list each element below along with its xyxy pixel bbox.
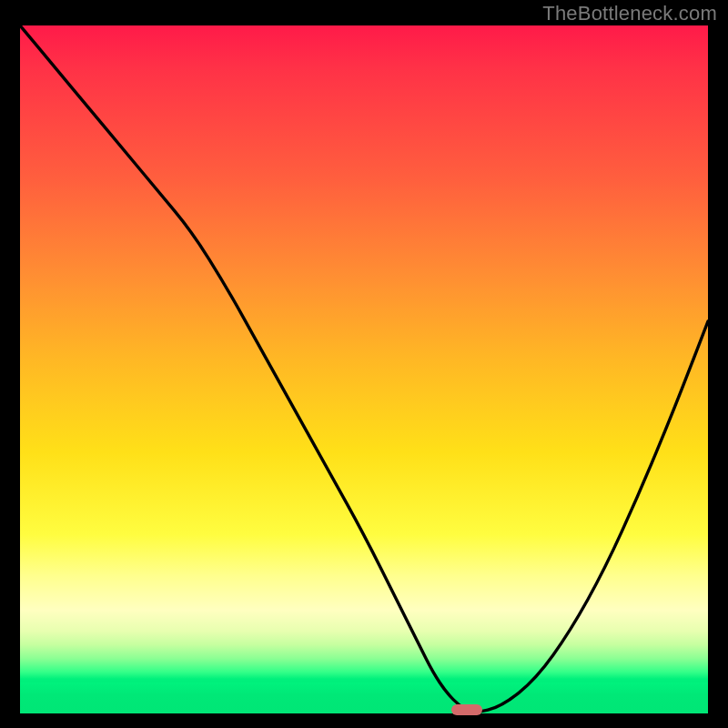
minimum-marker	[451, 704, 482, 715]
frame: TheBottleneck.com	[0, 0, 728, 728]
bottleneck-curve	[20, 25, 708, 712]
curve-svg	[20, 25, 708, 713]
plot-area	[20, 25, 708, 713]
attribution-text: TheBottleneck.com	[542, 2, 717, 25]
